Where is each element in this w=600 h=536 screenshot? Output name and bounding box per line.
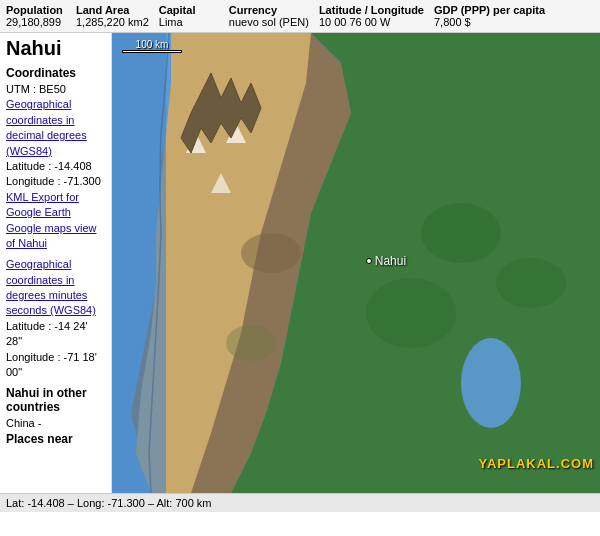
svg-point-11 <box>366 278 456 348</box>
geo-link-decimal[interactable]: Geographical coordinates in decimal degr… <box>6 98 87 156</box>
svg-point-9 <box>421 203 501 263</box>
dms-block: Geographical coordinates in degrees minu… <box>6 257 105 380</box>
stat-value-population: 29,180,899 <box>6 16 66 28</box>
stat-value-currency: nuevo sol (PEN) <box>229 16 309 28</box>
stat-label-currency: Currency <box>229 4 309 16</box>
coords-bar: Lat: -14.408 – Long: -71.300 – Alt: 700 … <box>0 493 600 512</box>
svg-point-12 <box>241 233 301 273</box>
stat-population: Population 29,180,899 <box>6 4 66 28</box>
stat-value-gdp: 7,800 $ <box>434 16 545 28</box>
coordinates-section-title: Coordinates <box>6 66 105 80</box>
latitude-dms: Latitude : -14 24' 28" <box>6 319 105 350</box>
stat-land-area: Land Area 1,285,220 km2 <box>76 4 149 28</box>
left-panel: Nahui Coordinates UTM : BE50 Geographica… <box>0 33 112 493</box>
other-countries-title: Nahui in other countries <box>6 386 105 414</box>
stat-currency: Currency nuevo sol (PEN) <box>229 4 309 28</box>
stats-row: Population 29,180,899 Land Area 1,285,22… <box>0 0 600 33</box>
stat-label-gdp: GDP (PPP) per capita <box>434 4 545 16</box>
scale-bar: 100 km <box>122 39 182 53</box>
map-dot-icon <box>366 258 372 264</box>
main-content: Nahui Coordinates UTM : BE50 Geographica… <box>0 33 600 493</box>
terrain-map <box>112 33 600 493</box>
kml-link[interactable]: KML Export for Google Earth <box>6 191 79 218</box>
watermark: YAPLAKAL.COM <box>478 456 594 471</box>
stat-value-latlong: 10 00 76 00 W <box>319 16 424 28</box>
geo-link-dms[interactable]: Geographical coordinates in degrees minu… <box>6 258 96 316</box>
stat-latlong: Latitude / Longitude 10 00 76 00 W <box>319 4 424 28</box>
stat-label-latlong: Latitude / Longitude <box>319 4 424 16</box>
scale-label: 100 km <box>136 39 169 50</box>
svg-rect-14 <box>112 33 166 493</box>
stat-value-capital: Lima <box>159 16 219 28</box>
stat-gdp: GDP (PPP) per capita 7,800 $ <box>434 4 545 28</box>
stat-value-land-area: 1,285,220 km2 <box>76 16 149 28</box>
coords-text: Lat: -14.408 – Long: -71.300 – Alt: 700 … <box>6 497 211 509</box>
svg-point-13 <box>226 325 276 361</box>
china-label: China - <box>6 416 105 431</box>
svg-point-8 <box>461 338 521 428</box>
gmaps-link[interactable]: Google maps view of Nahui <box>6 222 97 249</box>
places-near-title: Places near <box>6 432 105 446</box>
stat-label-population: Population <box>6 4 66 16</box>
coordinates-block: Coordinates UTM : BE50 Geographical coor… <box>6 66 105 251</box>
other-countries-block: Nahui in other countries China - Places … <box>6 386 105 445</box>
map-area: 100 km Nahui YAPLAKAL.COM <box>112 33 600 493</box>
svg-point-10 <box>496 258 566 308</box>
map-label-text: Nahui <box>375 254 406 268</box>
stat-capital: Capital Lima <box>159 4 219 28</box>
place-title: Nahui <box>6 37 105 60</box>
longitude-dms: Longitude : -71 18' 00" <box>6 350 105 381</box>
map-place-label: Nahui <box>366 254 406 268</box>
longitude-decimal: Longitude : -71.300 <box>6 174 105 189</box>
stat-label-capital: Capital <box>159 4 219 16</box>
latitude-decimal: Latitude : -14.408 <box>6 159 105 174</box>
utm-label: UTM : BE50 <box>6 82 105 97</box>
stat-label-land-area: Land Area <box>76 4 149 16</box>
scale-line <box>122 50 182 53</box>
